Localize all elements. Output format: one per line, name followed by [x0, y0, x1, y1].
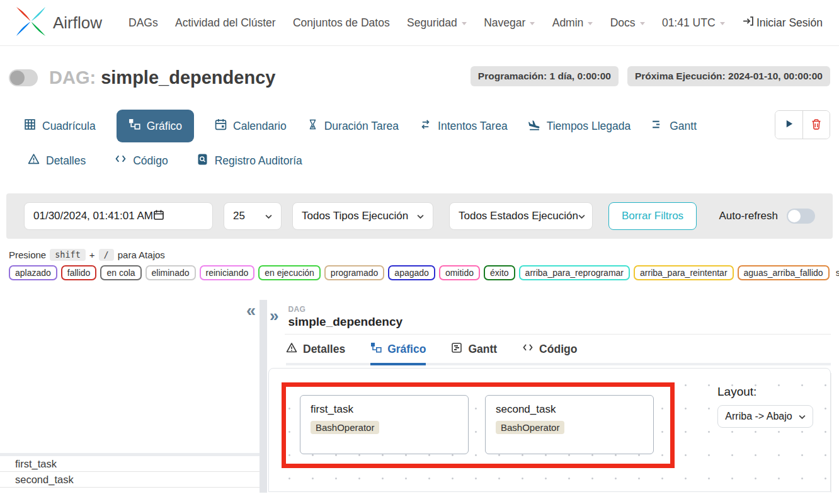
layout-label: Layout:	[717, 385, 813, 399]
tab-audit-log[interactable]: Registro Auditoría	[197, 154, 302, 168]
state-badge-removed[interactable]: eliminado	[146, 265, 196, 280]
detail-tab-graph[interactable]: Gráfico	[370, 342, 426, 365]
toggle-knob	[788, 210, 801, 222]
detail-tab-code[interactable]: Código	[522, 342, 577, 363]
base-date-input[interactable]: 01/30/2024, 01:41:01 AM	[24, 202, 213, 230]
shortcut-text: para Atajos	[118, 249, 165, 260]
auto-refresh-label: Auto-refresh	[719, 210, 778, 222]
tab-landing-times[interactable]: Tiempos Llegada	[528, 118, 631, 134]
canvas-scrollbar-gutter[interactable]	[831, 373, 839, 493]
warning-triangle-icon	[28, 153, 40, 168]
chevron-down-icon	[799, 411, 806, 422]
delete-dag-button[interactable]	[802, 111, 830, 139]
gantt-icon	[651, 118, 663, 134]
tab-task-tries[interactable]: Intentos Tarea	[420, 118, 508, 134]
tab-code[interactable]: Código	[115, 153, 168, 168]
detail-tab-gantt[interactable]: Gantt	[451, 342, 497, 363]
chevron-down-icon	[462, 22, 467, 25]
pane-divider[interactable]	[260, 300, 267, 493]
state-badge-success[interactable]: éxito	[484, 265, 515, 280]
task-node-title: first_task	[311, 403, 458, 416]
operator-badge: BashOperator	[311, 421, 379, 434]
grid-icon	[24, 118, 36, 134]
chevron-down-icon	[265, 210, 272, 222]
state-badge-up-for-reschedule[interactable]: arriba_para_reprogramar	[519, 265, 630, 280]
chevron-down-icon	[530, 22, 535, 25]
nav-item-cluster-activity[interactable]: Actividad del Clúster	[175, 16, 276, 30]
state-badge-running[interactable]: en ejecución	[258, 265, 321, 280]
chevron-down-icon	[578, 210, 585, 222]
auto-refresh-control: Auto-refresh	[719, 209, 815, 224]
task-row-first-task[interactable]: first_task	[0, 456, 260, 472]
nav-item-clock[interactable]: 01:41 UTC	[662, 16, 725, 30]
top-navbar: Airflow DAGs Actividad del Clúster Conju…	[0, 0, 839, 46]
dag-pause-toggle[interactable]	[9, 69, 38, 86]
tab-calendar[interactable]: Calendario	[215, 118, 287, 134]
nav-item-dags[interactable]: DAGs	[128, 16, 158, 30]
airflow-dag-page: Airflow DAGs Actividad del Clúster Conju…	[0, 0, 839, 504]
dag-actions	[775, 110, 830, 139]
chevron-down-icon	[588, 22, 593, 25]
calendar-icon	[215, 118, 227, 134]
code-icon	[115, 153, 127, 168]
repeat-icon	[420, 118, 431, 134]
expand-pane-icon[interactable]: »	[270, 307, 278, 324]
tab-grid[interactable]: Cuadrícula	[24, 118, 96, 134]
dag-view-tabs: Cuadrícula Gráfico Calendario Duración T…	[0, 109, 839, 175]
plus-sign: +	[89, 249, 95, 260]
airflow-logo-icon	[14, 4, 48, 41]
run-state-select[interactable]: Todos Estados Ejecución	[449, 202, 593, 230]
airflow-brand[interactable]: Airflow	[14, 4, 102, 41]
state-badge-upstream-failed[interactable]: aguas_arriba_fallido	[738, 265, 830, 280]
brand-name: Airflow	[53, 13, 102, 33]
page-title: DAG: simple_dependency	[49, 65, 275, 90]
state-legend: aplazado fallido en cola eliminado reini…	[9, 265, 839, 280]
run-type-select[interactable]: Todos Tipos Ejecución	[292, 202, 433, 230]
task-node-second-task[interactable]: second_task BashOperator	[485, 395, 654, 454]
nav-item-datasets[interactable]: Conjuntos de Datos	[293, 16, 390, 30]
nav-item-security[interactable]: Seguridad	[407, 16, 467, 30]
collapse-pane-icon[interactable]: «	[246, 302, 256, 319]
schedule-badges: Programación: 1 día, 0:00:00 Próxima Eje…	[471, 66, 830, 86]
tab-row-2: Detalles Código Registro Auditoría	[24, 147, 839, 175]
state-badge-skipped[interactable]: omitido	[439, 265, 480, 280]
slash-key: /	[99, 249, 114, 261]
nav-item-docs[interactable]: Docs	[610, 16, 645, 30]
nav-item-admin[interactable]: Admin	[552, 16, 593, 30]
tab-graph[interactable]: Gráfico	[117, 110, 194, 142]
dag-header: DAG: simple_dependency Programación: 1 d…	[0, 65, 839, 90]
login-button[interactable]: Iniciar Sesión	[742, 15, 823, 30]
layout-control: Layout: Arriba -> Abajo	[717, 385, 813, 428]
tab-details[interactable]: Detalles	[28, 153, 86, 168]
graph-icon	[370, 342, 382, 357]
shortcut-hint: Presione shift + / para Atajos	[9, 249, 839, 261]
nav-links: DAGs Actividad del Clúster Conjuntos de …	[128, 15, 823, 30]
state-badge-queued[interactable]: en cola	[100, 265, 141, 280]
state-badge-up-for-retry[interactable]: arriba_para_reintentar	[634, 265, 734, 280]
layout-direction-select[interactable]: Arriba -> Abajo	[717, 405, 813, 428]
shortcut-text: Presione	[9, 249, 46, 260]
state-badge-deferred[interactable]: aplazado	[9, 265, 57, 280]
trigger-dag-button[interactable]	[775, 111, 802, 139]
state-badge-shutdown[interactable]: apagado	[388, 265, 435, 280]
detail-tab-details[interactable]: Detalles	[286, 342, 345, 363]
task-row-second-task[interactable]: second_task	[0, 472, 260, 488]
login-icon	[742, 15, 754, 30]
warning-triangle-icon	[286, 342, 297, 357]
page-size-select[interactable]: 25	[224, 202, 282, 230]
graph-canvas[interactable]: first_task BashOperator second_task Bash…	[268, 368, 831, 492]
tab-task-duration[interactable]: Duración Tarea	[307, 119, 399, 133]
shift-key: shift	[50, 249, 86, 261]
tab-gantt[interactable]: Gantt	[651, 118, 697, 134]
task-node-first-task[interactable]: first_task BashOperator	[300, 395, 469, 454]
details-titles: DAG simple_dependency	[288, 305, 402, 329]
state-badge-failed[interactable]: fallido	[61, 265, 97, 280]
plane-landing-icon	[528, 118, 540, 134]
state-badge-scheduled[interactable]: programado	[324, 265, 385, 280]
state-badge-restarting[interactable]: reiniciando	[200, 265, 255, 280]
audit-log-icon	[197, 154, 208, 168]
nav-item-browse[interactable]: Navegar	[484, 16, 535, 30]
clear-filters-button[interactable]: Borrar Filtros	[608, 202, 697, 230]
auto-refresh-toggle[interactable]	[787, 209, 815, 224]
schedule-badge: Programación: 1 día, 0:00:00	[471, 66, 619, 86]
